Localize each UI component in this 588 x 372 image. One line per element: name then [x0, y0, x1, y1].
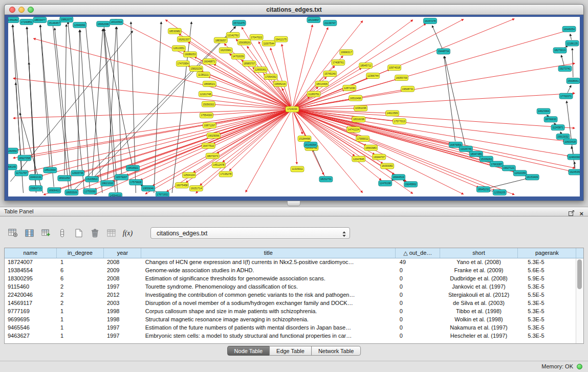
cell-title[interactable]: Investigating the contribution of common…	[141, 291, 396, 299]
cell-pagerank[interactable]: 5.3E-5	[517, 282, 576, 291]
graph-edge[interactable]	[217, 111, 289, 154]
cell-out_degree[interactable]: 49	[396, 258, 440, 266]
graph-node[interactable]: 19416921	[126, 165, 140, 171]
close-panel-icon[interactable]: ×	[579, 211, 583, 216]
graph-edge[interactable]	[294, 21, 362, 106]
graph-node[interactable]: 17700371	[559, 93, 573, 99]
graph-node[interactable]: 14623964	[537, 108, 550, 114]
cell-title[interactable]: Disruption of a novel member of a sodium…	[141, 299, 396, 307]
graph-node[interactable]: 11245871	[551, 125, 564, 130]
graph-edge[interactable]	[74, 27, 236, 190]
graph-edge[interactable]	[167, 111, 289, 191]
cell-pagerank[interactable]: 5.5E-5	[517, 291, 576, 299]
graph-edge[interactable]	[34, 38, 289, 108]
import-table-button[interactable]	[104, 226, 118, 240]
graph-edge[interactable]	[76, 111, 289, 191]
cell-in_degree[interactable]: 6	[56, 266, 104, 274]
graph-node[interactable]: 18698321	[203, 81, 216, 86]
column-header-year[interactable]: year	[104, 248, 141, 258]
graph-node[interactable]: 15749240	[323, 71, 337, 77]
graph-node[interactable]: 11381111	[197, 72, 210, 78]
table-row[interactable]: 911546021997Tourette syndrome. Phenomeno…	[5, 282, 577, 291]
graph-node[interactable]: 15950713	[29, 186, 42, 191]
graph-node[interactable]: 12610651	[172, 46, 185, 51]
cell-title[interactable]: Tourette syndrome. Phenomenology and cla…	[141, 282, 396, 291]
table-row[interactable]: 946554611997Estimation of the future num…	[5, 323, 577, 332]
graph-node[interactable]: 18799693	[544, 117, 557, 122]
column-header-in_degree[interactable]: in_degree	[56, 248, 104, 258]
graph-edge[interactable]	[487, 179, 527, 189]
graph-node[interactable]: 16402131	[29, 174, 42, 180]
graph-node[interactable]: 18530982	[168, 28, 181, 34]
cell-year[interactable]: 2003	[104, 299, 141, 307]
graph-node[interactable]: 11026749	[459, 146, 472, 151]
graph-node[interactable]: 17240851	[20, 19, 33, 25]
column-header-short[interactable]: short	[440, 248, 518, 258]
graph-node[interactable]: 16262207	[177, 36, 190, 42]
new-column-button[interactable]	[39, 226, 53, 240]
cell-short[interactable]: Tibbo et al. (1998)	[440, 307, 518, 315]
graph-node[interactable]: 18316564	[110, 19, 123, 25]
graph-node[interactable]: 19344737	[373, 154, 386, 160]
graph-node[interactable]: 16906422	[48, 188, 61, 193]
graph-node[interactable]: 17663087	[490, 161, 503, 167]
cell-out_degree[interactable]: 0	[396, 299, 440, 307]
delete-table-button[interactable]	[88, 226, 102, 240]
function-builder-button[interactable]: f(x)	[121, 226, 135, 240]
cell-in_degree[interactable]: 1	[56, 258, 104, 266]
row-selector-button[interactable]	[55, 226, 69, 240]
cell-name[interactable]: 9699695	[5, 315, 56, 323]
graph-edge[interactable]	[27, 27, 36, 174]
graph-node[interactable]: 19273741	[558, 66, 572, 72]
graph-node[interactable]: 12871030	[343, 85, 356, 91]
graph-node[interactable]: 17671932	[156, 192, 169, 196]
graph-node[interactable]: 16046871	[203, 59, 216, 64]
graph-node[interactable]: 17408761	[332, 60, 345, 65]
table-row[interactable]: 969969511998Structural magnetic resonanc…	[5, 315, 577, 323]
graph-node[interactable]: 10361036	[354, 105, 367, 111]
cell-pagerank[interactable]: 5.3E-5	[517, 307, 576, 315]
graph-node[interactable]: 17999012	[356, 136, 369, 142]
new-table-button[interactable]	[72, 226, 85, 240]
cell-short[interactable]: Yano et al. (2008)	[440, 258, 518, 266]
graph-edge[interactable]	[293, 113, 297, 164]
cell-title[interactable]: Estimation of significance thresholds fo…	[141, 274, 396, 282]
cell-out_degree[interactable]: 0	[396, 332, 440, 340]
graph-node[interactable]: 12047845	[352, 156, 365, 162]
graph-node[interactable]: 18955509	[65, 190, 78, 195]
cell-in_degree[interactable]: 1	[56, 323, 104, 332]
graph-node[interactable]: 12366744	[366, 73, 380, 79]
graph-node[interactable]: 15146457	[48, 20, 61, 26]
graph-node[interactable]: 10974018	[388, 65, 401, 71]
graph-node[interactable]: 11579207	[115, 174, 128, 180]
cell-pagerank[interactable]: 5.9E-5	[517, 274, 576, 282]
cell-short[interactable]: Stergiakouli et al. (2012)	[440, 291, 518, 299]
cell-year[interactable]: 2008	[104, 274, 141, 282]
graph-node[interactable]: 18414406	[315, 81, 329, 86]
graph-node[interactable]: 17577013	[393, 119, 406, 124]
cell-short[interactable]: Wolkin et al. (1998)	[440, 315, 518, 323]
graph-edge[interactable]	[295, 111, 478, 187]
graph-node[interactable]: 14594610	[109, 193, 122, 196]
cell-title[interactable]: Genome-wide association studies in ADHD.	[141, 266, 396, 274]
cell-year[interactable]: 2009	[104, 266, 141, 274]
graph-node[interactable]: 15563983	[364, 145, 378, 150]
cell-short[interactable]: Dudbridge et al. (2008)	[440, 274, 518, 282]
graph-node[interactable]: 19621016	[101, 181, 114, 186]
graph-edge[interactable]	[103, 22, 118, 193]
graph-node[interactable]: 18839057	[214, 37, 227, 43]
cell-short[interactable]: de Silva et al. (2003)	[440, 299, 518, 307]
cell-pagerank[interactable]: 5.3E-5	[517, 323, 576, 332]
graph-node[interactable]: 15205810	[85, 177, 99, 182]
cell-pagerank[interactable]: 5.3E-5	[517, 299, 576, 307]
graph-edge[interactable]	[97, 111, 289, 178]
cell-title[interactable]: Structural magnetic resonance image aver…	[141, 315, 396, 323]
network-table-selector[interactable]: citations_edges.txt	[150, 227, 350, 239]
cell-in_degree[interactable]: 2	[56, 282, 104, 291]
graph-node[interactable]: 18945712	[359, 63, 373, 69]
zoom-button[interactable]	[28, 7, 34, 13]
graph-edge[interactable]	[92, 29, 103, 176]
graph-node[interactable]: 16510496	[349, 95, 362, 101]
window-title-bar[interactable]: citations_edges.txt	[5, 5, 583, 15]
graph-edge[interactable]	[432, 26, 442, 48]
